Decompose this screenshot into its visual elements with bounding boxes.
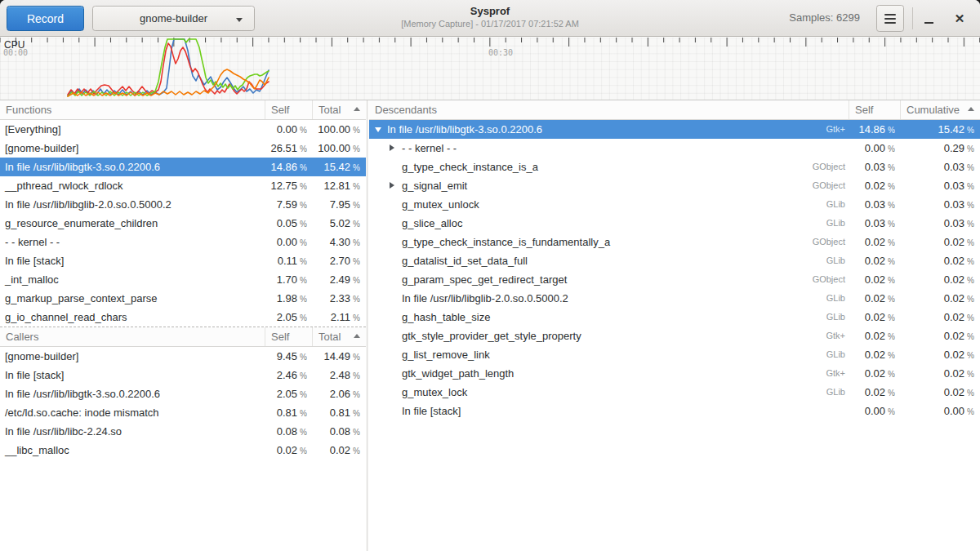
close-button[interactable]: ✕ (946, 5, 973, 32)
total-percent: 2.49% (313, 270, 366, 289)
target-selector-label: gnome-builder (140, 12, 207, 24)
cpu-graph[interactable] (0, 38, 980, 100)
table-row[interactable]: _int_malloc1.70%2.49% (0, 270, 366, 289)
function-name: - - kernel - - (0, 233, 265, 251)
table-row[interactable]: g_markup_parse_context_parse1.98%2.33% (0, 289, 366, 308)
descendant-name: In file /usr/lib/libglib-2.0.so.0.5000.2… (369, 289, 849, 308)
table-row[interactable]: In file /usr/lib/libgtk-3.so.0.2200.614.… (0, 158, 366, 176)
self-percent: 0.02% (849, 270, 901, 289)
table-row[interactable]: In file /usr/lib/libglib-2.0.so.0.5000.2… (0, 195, 366, 214)
tree-row[interactable]: g_list_remove_linkGLib0.02%0.02% (369, 345, 980, 364)
headerbar: Record gnome-builder Sysprof [Memory Cap… (0, 0, 980, 37)
total-column-header[interactable]: Total (313, 100, 366, 119)
tree-row[interactable]: g_hash_table_sizeGLib0.02%0.02% (369, 308, 980, 327)
close-icon: ✕ (955, 12, 965, 24)
cumulative-percent: 15.42% (901, 120, 980, 139)
table-row[interactable]: __libc_malloc0.02%0.02% (0, 441, 366, 460)
function-name: In file /usr/lib/libgtk-3.so.0.2200.6 (0, 158, 265, 176)
table-row[interactable]: [gnome-builder]9.45%14.49% (0, 347, 366, 366)
self-percent: 1.98% (265, 289, 313, 308)
library-tag: GLib (826, 251, 845, 270)
table-row[interactable]: __pthread_rwlock_rdlock12.75%12.81% (0, 176, 366, 195)
function-name: _int_malloc (0, 270, 265, 289)
descendant-name: In file [stack] (369, 402, 849, 420)
total-percent: 2.11% (313, 308, 366, 327)
tree-row[interactable]: g_mutex_lockGLib0.02%0.02% (369, 383, 980, 402)
cumulative-percent: 0.02% (901, 270, 980, 289)
table-row[interactable]: - - kernel - -0.00%4.30% (0, 233, 366, 251)
triangle-collapsed-icon[interactable] (390, 182, 394, 189)
function-name: In file [stack] (0, 251, 265, 270)
total-percent: 14.49% (313, 347, 366, 366)
tree-row[interactable]: g_type_check_instance_is_aGObject0.03%0.… (369, 158, 980, 176)
self-percent: 0.81% (265, 403, 313, 422)
table-row[interactable]: In file /usr/lib/libgtk-3.so.0.2200.62.0… (0, 384, 366, 403)
cumulative-percent: 0.03% (901, 214, 980, 233)
self-column-header[interactable]: Self (849, 100, 901, 119)
cumulative-percent: 0.02% (901, 383, 980, 402)
library-tag: GLib (826, 383, 845, 402)
cumulative-percent: 0.02% (901, 289, 980, 308)
tree-row[interactable]: g_datalist_id_set_data_fullGLib0.02%0.02… (369, 251, 980, 270)
cumulative-column-header[interactable]: Cumulative (901, 100, 980, 119)
descendant-name: gtk_widget_path_lengthGtk+ (369, 364, 849, 383)
self-column-header[interactable]: Self (265, 100, 313, 119)
table-row[interactable]: In file [stack]0.11%2.70% (0, 251, 366, 270)
function-name: __libc_malloc (0, 441, 265, 460)
tree-row[interactable]: g_param_spec_get_redirect_targetGObject0… (369, 270, 980, 289)
total-column-header[interactable]: Total (313, 327, 366, 346)
self-percent: 0.05% (265, 214, 313, 233)
library-tag: GLib (826, 214, 845, 233)
triangle-collapsed-icon[interactable] (390, 144, 394, 151)
tree-row[interactable]: g_signal_emitGObject0.02%0.03% (369, 176, 980, 195)
library-tag: GObject (813, 158, 845, 176)
samples-count: Samples: 6299 (789, 11, 860, 24)
table-row[interactable]: [Everything]0.00%100.00% (0, 120, 366, 139)
cpu-timeline[interactable]: CPU 00:0000:30 (0, 38, 980, 100)
table-row[interactable]: In file [stack]2.46%2.48% (0, 366, 366, 384)
self-percent: 0.03% (849, 158, 901, 176)
library-tag: GLib (826, 195, 845, 214)
total-percent: 12.81% (313, 176, 366, 195)
descendant-name: g_param_spec_get_redirect_targetGObject (369, 270, 849, 289)
target-selector-dropdown[interactable]: gnome-builder (92, 6, 255, 31)
cumulative-percent: 0.02% (901, 251, 980, 270)
table-row[interactable]: In file /usr/lib/libc-2.24.so0.08%0.08% (0, 422, 366, 441)
tree-row[interactable]: - - kernel - -0.00%0.29% (369, 139, 980, 158)
descendant-name: g_datalist_id_set_data_fullGLib (369, 251, 849, 270)
functions-column-header[interactable]: Functions (0, 100, 265, 119)
time-label: 00:30 (488, 48, 513, 57)
self-percent: 2.05% (265, 384, 313, 403)
table-row[interactable]: g_io_channel_read_chars2.05%2.11% (0, 308, 366, 327)
triangle-expanded-icon[interactable] (375, 127, 381, 132)
minimize-button[interactable] (915, 5, 942, 32)
self-percent: 26.51% (265, 139, 313, 158)
total-percent: 0.02% (313, 441, 366, 460)
descendants-column-header[interactable]: Descendants (369, 100, 849, 119)
tree-row[interactable]: gtk_widget_path_lengthGtk+0.02%0.02% (369, 364, 980, 383)
cumulative-percent: 0.02% (901, 233, 980, 251)
tree-row[interactable]: g_type_check_instance_is_fundamentally_a… (369, 233, 980, 251)
tree-row[interactable]: In file /usr/lib/libgtk-3.so.0.2200.6Gtk… (369, 120, 980, 139)
tree-row[interactable]: In file /usr/lib/libglib-2.0.so.0.5000.2… (369, 289, 980, 308)
tree-row[interactable]: g_mutex_unlockGLib0.03%0.03% (369, 195, 980, 214)
tree-row[interactable]: gtk_style_provider_get_style_propertyGtk… (369, 327, 980, 345)
self-column-header[interactable]: Self (265, 327, 313, 346)
record-button[interactable]: Record (7, 6, 84, 31)
self-percent: 0.00% (265, 233, 313, 251)
function-name: In file /usr/lib/libgtk-3.so.0.2200.6 (0, 384, 265, 403)
self-percent: 7.59% (265, 195, 313, 214)
tree-row[interactable]: In file [stack]0.00%0.00% (369, 402, 980, 420)
total-percent: 2.06% (313, 384, 366, 403)
table-row[interactable]: g_resource_enumerate_children0.05%5.02% (0, 214, 366, 233)
total-percent: 2.48% (313, 366, 366, 384)
self-percent: 12.75% (265, 176, 313, 195)
callers-column-header[interactable]: Callers (0, 327, 265, 346)
table-row[interactable]: /etc/ld.so.cache: inode mismatch0.81%0.8… (0, 403, 366, 422)
time-label: 00:00 (3, 48, 28, 57)
menu-button[interactable] (876, 5, 904, 32)
self-percent: 14.86% (849, 120, 901, 139)
tree-row[interactable]: g_slice_allocGLib0.03%0.03% (369, 214, 980, 233)
table-row[interactable]: [gnome-builder]26.51%100.00% (0, 139, 366, 158)
minimize-icon (924, 22, 933, 24)
